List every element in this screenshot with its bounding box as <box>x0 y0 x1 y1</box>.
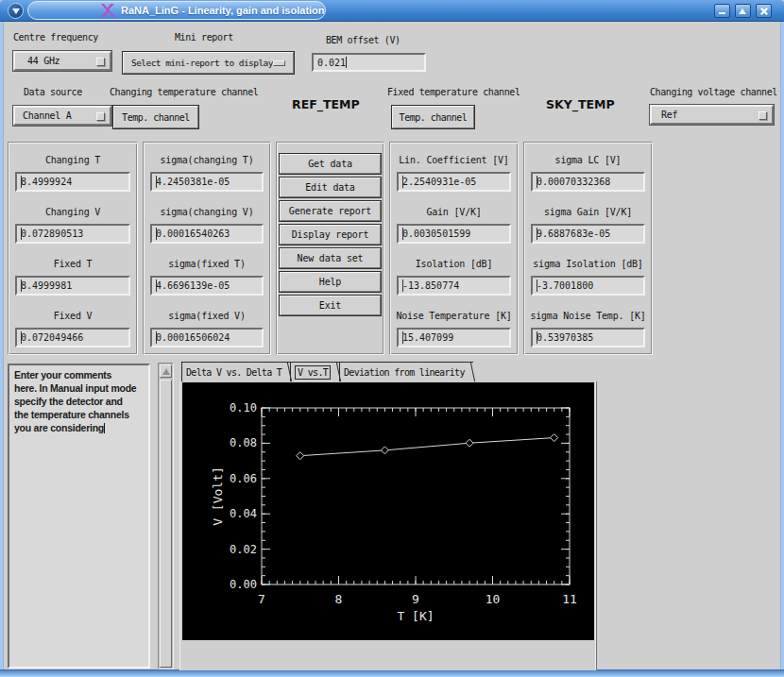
fixed-temp-channel-button-label: Temp. channel <box>400 112 468 123</box>
changing-voltage-dropdown[interactable]: Ref <box>650 105 774 125</box>
window-title: RaNA_LinG - Linearity, gain and isolatio… <box>121 5 325 16</box>
changing-temp-channel-button-label: Temp. channel <box>122 112 190 123</box>
help-button[interactable]: Help <box>280 272 381 292</box>
close-button[interactable] <box>756 4 772 18</box>
mini-report-button[interactable]: Select mini-report to display <box>123 52 294 74</box>
option-menu-indicator-icon <box>96 112 105 121</box>
data-source-dropdown[interactable]: Channel A <box>13 106 111 126</box>
field-sigma-lc-v[interactable]: 0.00070332368 <box>531 172 645 192</box>
centre-frequency-label: Centre frequency <box>13 32 98 42</box>
window-border-bottom <box>0 669 784 677</box>
fixed-temp-label: Fixed temperature channel <box>387 87 520 97</box>
tab-label: V vs.T <box>295 365 331 380</box>
scrollbar-up-button[interactable] <box>160 364 172 378</box>
field-changing-t[interactable]: 8.4999924 <box>15 172 130 192</box>
comments-textarea[interactable]: Enter your comments here. In Manual inpu… <box>8 364 150 669</box>
data-source-value: Channel A <box>23 110 72 121</box>
minimize-button[interactable] <box>714 4 730 18</box>
field-sigma-gain-v-k[interactable]: 9.6887683e-05 <box>531 224 645 244</box>
field-sigma-isolation-db[interactable]: -3.7001800 <box>531 276 645 296</box>
display-report-button[interactable]: Display report <box>280 225 381 245</box>
field-label-sigma-changing-v: sigma(changing V) <box>161 206 254 218</box>
centre-frequency-value: 44 GHz <box>27 56 60 66</box>
changing-temp-channel-button[interactable]: Temp. channel <box>113 106 198 128</box>
sigmas-panel: sigma(changing T)4.2450381e-05sigma(chan… <box>143 142 271 355</box>
field-lin-coefficient-v[interactable]: 2.2540931e-05 <box>397 172 511 192</box>
generate-report-button[interactable]: Generate report <box>280 201 381 221</box>
svg-text:0.08: 0.08 <box>230 436 257 449</box>
bem-offset-field[interactable]: 0.021 <box>312 53 426 72</box>
field-label-sigma-fixed-t: sigma(fixed T) <box>168 258 246 270</box>
field-label-changing-t: Changing T <box>45 154 100 166</box>
tab-v-vs-t[interactable]: V vs.T <box>290 362 339 381</box>
option-menu-indicator-icon <box>273 60 285 66</box>
field-label-lin-coefficient-v: Lin. Coefficient [V] <box>399 154 508 166</box>
plot-area: 78910110.000.020.040.060.080.10T [K]V [V… <box>182 382 594 640</box>
field-noise-temperature-k[interactable]: 15.407099 <box>397 328 511 347</box>
fixed-temp-channel-button[interactable]: Temp. channel <box>392 106 474 128</box>
field-fixed-t[interactable]: 8.4999981 <box>15 276 130 296</box>
field-label-fixed-t: Fixed T <box>54 258 93 270</box>
field-label-noise-temperature-k: Noise Temperature [K] <box>396 310 511 322</box>
changing-voltage-label: Changing voltage channel <box>650 87 777 97</box>
field-sigma-fixed-v[interactable]: 0.00016506024 <box>150 328 264 347</box>
mini-report-label: Mini report <box>175 32 233 42</box>
svg-text:V [Volt]: V [Volt] <box>211 466 225 526</box>
field-sigma-fixed-t[interactable]: 4.6696139e-05 <box>150 276 264 296</box>
field-label-sigma-lc-v: sigma LC [V] <box>555 154 622 166</box>
triangle-up-icon <box>162 368 170 375</box>
changing-voltage-value: Ref <box>661 110 677 120</box>
svg-text:T [K]: T [K] <box>397 609 434 623</box>
get-data-button[interactable]: Get data <box>280 154 381 174</box>
svg-text:9: 9 <box>412 592 419 606</box>
app-window: RaNA_LinG - Linearity, gain and isolatio… <box>0 0 784 677</box>
field-label-sigma-fixed-v: sigma(fixed V) <box>168 310 246 322</box>
titlebar[interactable]: RaNA_LinG - Linearity, gain and isolatio… <box>0 0 784 22</box>
field-changing-v[interactable]: 0.072890513 <box>15 224 130 244</box>
new-data-set-button[interactable]: New data set <box>280 248 381 268</box>
field-isolation-db[interactable]: -13.850774 <box>397 276 511 296</box>
field-sigma-noise-temp-k[interactable]: 0.53970385 <box>531 328 645 347</box>
tab-deviation-from-linearity[interactable]: Deviation from linearity <box>339 362 473 381</box>
field-fixed-v[interactable]: 0.072049466 <box>15 328 130 347</box>
minimize-icon <box>719 12 725 14</box>
tab-label: Deviation from linearity <box>344 367 465 378</box>
field-gain-v-k[interactable]: 0.0030501599 <box>397 224 511 244</box>
maximize-icon <box>739 8 746 14</box>
comments-scrollbar[interactable] <box>158 363 174 669</box>
svg-text:10: 10 <box>486 592 501 606</box>
ref-temp-heading: REF_TEMP <box>292 97 360 111</box>
chevron-down-icon <box>12 8 20 14</box>
field-label-isolation-db: Isolation [dB] <box>416 258 493 270</box>
option-menu-indicator-icon <box>758 111 767 120</box>
svg-text:8: 8 <box>335 592 343 606</box>
svg-text:0.10: 0.10 <box>230 401 257 415</box>
tab-label: Delta V vs. Delta T <box>186 367 281 378</box>
field-sigma-changing-t[interactable]: 4.2450381e-05 <box>150 172 264 192</box>
scrollbar-thumb[interactable] <box>160 380 172 668</box>
exit-button[interactable]: Exit <box>280 296 381 315</box>
svg-text:7: 7 <box>258 592 265 606</box>
actions-panel: Get dataEdit dataGenerate reportDisplay … <box>276 142 384 355</box>
edit-data-button[interactable]: Edit data <box>280 178 381 197</box>
svg-text:0.06: 0.06 <box>230 472 257 485</box>
field-sigma-changing-v[interactable]: 0.00016540263 <box>150 224 264 244</box>
field-label-sigma-isolation-db: sigma Isolation [dB] <box>533 258 642 270</box>
window-menu-button[interactable] <box>8 3 24 19</box>
comments-text: Enter your comments here. In Manual inpu… <box>14 369 136 433</box>
svg-text:0.00: 0.00 <box>230 578 257 591</box>
measurements-panel: Changing T8.4999924Changing V0.072890513… <box>8 142 138 355</box>
svg-text:0.04: 0.04 <box>230 507 257 520</box>
x11-logo-icon <box>100 4 115 17</box>
field-label-sigma-changing-t: sigma(changing T) <box>161 154 254 166</box>
changing-temp-label: Changing temperature channel <box>110 87 258 97</box>
field-label-sigma-gain-v-k: sigma Gain [V/K] <box>544 206 632 218</box>
centre-frequency-dropdown[interactable]: 44 GHz <box>13 51 111 71</box>
tab-delta-v-vs-delta-t[interactable]: Delta V vs. Delta T <box>181 362 290 381</box>
maximize-button[interactable] <box>735 4 751 18</box>
window-border-left <box>0 22 4 669</box>
line-chart: 78910110.000.020.040.060.080.10T [K]V [V… <box>182 382 594 640</box>
bem-offset-label: BEM offset (V) <box>326 35 401 45</box>
option-menu-indicator-icon <box>96 58 105 66</box>
title-capsule: RaNA_LinG - Linearity, gain and isolatio… <box>27 1 326 20</box>
